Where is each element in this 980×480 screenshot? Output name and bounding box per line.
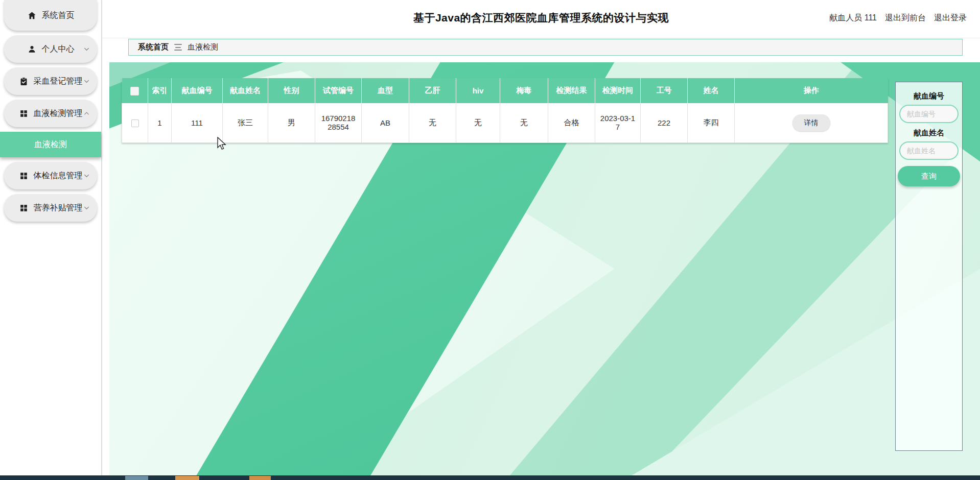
grid-icon	[19, 109, 29, 118]
cell-donor-name: 张三	[223, 103, 268, 142]
content-area: 索引 献血编号 献血姓名 性别 试管编号 血型 乙肝 hiv 梅毒 检测结果 检…	[109, 62, 980, 475]
chevron-up-icon	[83, 110, 90, 117]
col-hiv: hiv	[456, 78, 500, 103]
sidebar-item-label: 个人中心	[42, 44, 75, 55]
sidebar-item-profile[interactable]: 个人中心	[4, 35, 97, 63]
home-icon	[27, 11, 37, 20]
sidebar-item-home[interactable]: 系统首页	[4, 0, 97, 31]
header-links: 献血人员 111 退出到前台 退出登录	[829, 13, 967, 23]
col-staff-no: 工号	[641, 78, 688, 103]
col-donation-no: 献血编号	[172, 78, 223, 103]
grid-icon	[19, 203, 29, 213]
user-icon	[27, 44, 37, 54]
logout-link[interactable]: 退出登录	[934, 13, 967, 23]
cell-test-time: 2023-03-17	[595, 103, 641, 142]
exit-to-front-link[interactable]: 退出到前台	[885, 13, 926, 23]
select-all-checkbox[interactable]	[130, 87, 139, 95]
cell-donation-no: 111	[172, 103, 223, 142]
col-tube-no: 试管编号	[315, 78, 362, 103]
sidebar-item-label: 采血登记管理	[34, 76, 83, 87]
sidebar-item-label: 营养补贴管理	[34, 203, 83, 213]
blood-test-table: 索引 献血编号 献血姓名 性别 试管编号 血型 乙肝 hiv 梅毒 检测结果 检…	[122, 78, 888, 143]
table-row: 1 111 张三 男 1679021828554 AB 无 无 无 合格 202…	[122, 103, 888, 142]
taskbar-icon-fragment	[175, 476, 199, 480]
col-actions: 操作	[735, 78, 888, 103]
sidebar-item-label: 体检信息管理	[34, 171, 83, 181]
mouse-cursor	[217, 137, 228, 151]
sidebar-subitem-blood-test-active[interactable]: 血液检测	[0, 132, 101, 157]
sidebar-item-blood-test-mgmt[interactable]: 血液检测管理	[4, 100, 97, 127]
cell-tube-no: 1679021828554	[315, 103, 362, 142]
donation-no-input[interactable]	[899, 105, 959, 123]
col-index: 索引	[148, 78, 172, 103]
cell-blood-type: AB	[362, 103, 409, 142]
cell-syphilis: 无	[500, 103, 548, 142]
sidebar-subitem-label: 血液检测	[34, 139, 67, 150]
col-test-time: 检测时间	[595, 78, 641, 103]
donation-no-label: 献血编号	[896, 91, 962, 101]
sidebar-item-label: 系统首页	[42, 10, 75, 21]
search-panel: 献血编号 献血姓名 查询	[895, 82, 963, 451]
taskbar-icon-fragment	[249, 476, 271, 480]
col-staff-name: 姓名	[688, 78, 735, 103]
table-header-row: 索引 献血编号 献血姓名 性别 试管编号 血型 乙肝 hiv 梅毒 检测结果 检…	[122, 78, 888, 103]
col-donor-name: 献血姓名	[223, 78, 268, 103]
col-blood-type: 血型	[362, 78, 409, 103]
cell-index: 1	[148, 103, 172, 142]
col-result: 检测结果	[548, 78, 595, 103]
col-hepatitis-b: 乙肝	[409, 78, 456, 103]
user-label: 献血人员 111	[829, 13, 877, 23]
cell-hiv: 无	[456, 103, 500, 142]
col-gender: 性别	[268, 78, 315, 103]
breadcrumb: 系统首页 血液检测	[128, 39, 963, 56]
chevron-down-icon	[83, 78, 90, 85]
chevron-down-icon	[83, 172, 90, 180]
sidebar-item-nutrition-subsidy[interactable]: 营养补贴管理	[4, 194, 97, 222]
taskbar-edge	[0, 475, 980, 480]
menu-lines-icon	[174, 44, 182, 51]
chevron-down-icon	[83, 204, 90, 212]
sidebar-item-label: 血液检测管理	[34, 108, 83, 119]
cell-staff-name: 李四	[688, 103, 735, 142]
taskbar-icon-fragment	[125, 476, 148, 480]
donor-name-input[interactable]	[899, 141, 959, 160]
cell-result: 合格	[548, 103, 595, 142]
breadcrumb-root[interactable]: 系统首页	[138, 42, 169, 52]
donor-name-label: 献血姓名	[896, 128, 962, 138]
cell-gender: 男	[268, 103, 315, 142]
detail-button[interactable]: 详情	[792, 114, 830, 131]
sidebar-item-blood-collection[interactable]: 采血登记管理	[4, 67, 97, 95]
chevron-down-icon	[83, 45, 90, 53]
sidebar: 系统首页 个人中心 采血登记管理 血液检测管理 血液检测	[0, 0, 102, 475]
breadcrumb-current: 血液检测	[188, 42, 218, 52]
clipboard-check-icon	[19, 77, 29, 86]
row-checkbox[interactable]	[131, 119, 139, 127]
cell-hepatitis-b: 无	[409, 103, 456, 142]
sidebar-item-physical-exam[interactable]: 体检信息管理	[4, 162, 97, 189]
grid-icon	[19, 171, 29, 181]
query-button[interactable]: 查询	[898, 166, 960, 186]
cell-staff-no: 222	[641, 103, 688, 142]
col-syphilis: 梅毒	[500, 78, 548, 103]
top-header: 基于Java的含江西郊医院血库管理系统的设计与实现 献血人员 111 退出到前台…	[102, 0, 980, 38]
